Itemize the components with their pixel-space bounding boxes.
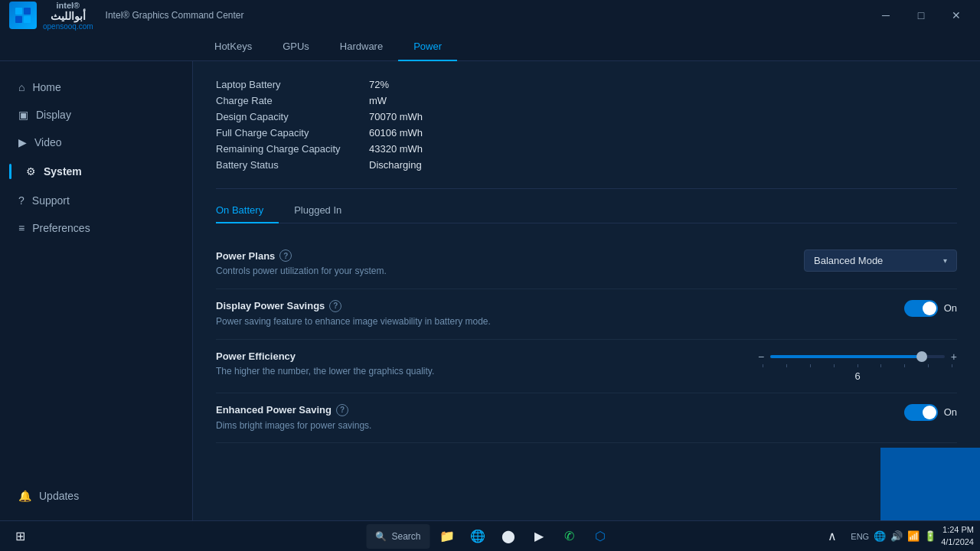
updates-item[interactable]: 🔔 Updates bbox=[18, 490, 174, 502]
battery-label-5: Battery Status bbox=[216, 159, 354, 171]
slider-track bbox=[770, 355, 945, 358]
search-label: Search bbox=[391, 531, 420, 542]
start-icon: ⊞ bbox=[15, 529, 25, 543]
tick-0 bbox=[763, 364, 763, 367]
slider-fill bbox=[770, 355, 922, 358]
start-button[interactable]: ⊞ bbox=[6, 523, 34, 550]
battery-row-3: Full Charge Capacity 60106 mWh bbox=[216, 125, 957, 141]
display-power-savings-left: Display Power Savings ? Power saving fea… bbox=[216, 300, 491, 328]
active-indicator bbox=[9, 164, 11, 179]
tick-6 bbox=[904, 364, 905, 367]
maximize-button[interactable]: □ bbox=[903, 3, 939, 28]
search-button[interactable]: 🔍 Search bbox=[366, 524, 430, 549]
section-tab-on-battery[interactable]: On Battery bbox=[216, 198, 279, 223]
toggle-knob-2 bbox=[923, 406, 936, 419]
edge-button[interactable]: 🌐 bbox=[464, 523, 492, 550]
display-power-help-icon[interactable]: ? bbox=[329, 300, 341, 312]
arabic-brand: أبوالليث bbox=[51, 10, 86, 22]
sidebar-item-preferences[interactable]: ≡ Preferences bbox=[0, 214, 192, 242]
chrome-icon: ⬤ bbox=[501, 529, 515, 543]
slider-ticks bbox=[758, 364, 957, 367]
sidebar-item-video[interactable]: ▶ Video bbox=[0, 129, 192, 156]
app-container: HotKeys GPUs Hardware Power ⌂ Home ▣ Dis… bbox=[0, 0, 980, 527]
edge-icon: 🌐 bbox=[470, 529, 485, 543]
sidebar-item-display[interactable]: ▣ Display bbox=[0, 101, 192, 129]
sidebar-item-support[interactable]: ? Support bbox=[0, 187, 192, 214]
power-plans-row: Power Plans ? Controls power utilization… bbox=[216, 239, 957, 289]
media-button[interactable]: ▶ bbox=[525, 523, 553, 550]
app-button[interactable]: ⬡ bbox=[586, 523, 614, 550]
app-logo bbox=[9, 2, 37, 29]
tab-power[interactable]: Power bbox=[398, 33, 457, 61]
tab-hotkeys[interactable]: HotKeys bbox=[199, 33, 267, 61]
time-display: 1:24 PM bbox=[941, 524, 974, 536]
battery-label-0: Laptop Battery bbox=[216, 79, 354, 90]
sidebar-item-home[interactable]: ⌂ Home bbox=[0, 73, 192, 101]
body: ⌂ Home ▣ Display ▶ Video ⚙ System ? Supp… bbox=[0, 61, 980, 527]
power-efficiency-slider-container: − + bbox=[758, 350, 957, 382]
sidebar-label-home: Home bbox=[32, 81, 60, 93]
display-icon: ▣ bbox=[18, 109, 28, 121]
battery-value-5: Discharging bbox=[369, 159, 422, 171]
chrome-button[interactable]: ⬤ bbox=[495, 523, 522, 550]
chevron-up-button[interactable]: ∧ bbox=[818, 523, 846, 550]
enhanced-power-toggle-label: On bbox=[944, 406, 957, 418]
tick-4 bbox=[858, 364, 858, 367]
whatsapp-button[interactable]: ✆ bbox=[556, 523, 583, 550]
power-plans-title: Power Plans ? bbox=[216, 249, 387, 262]
battery-row-2: Design Capacity 70070 mWh bbox=[216, 109, 957, 125]
sidebar: ⌂ Home ▣ Display ▶ Video ⚙ System ? Supp… bbox=[0, 61, 193, 527]
tab-gpus[interactable]: GPUs bbox=[267, 33, 325, 61]
battery-icon: 🔋 bbox=[924, 530, 936, 542]
titlebar-left: intel® أبوالليث opensooq.com Intel® Grap… bbox=[9, 1, 244, 31]
power-efficiency-left: Power Efficiency The higher the number, … bbox=[216, 350, 434, 378]
svg-rect-1 bbox=[24, 8, 31, 15]
battery-label-2: Design Capacity bbox=[216, 111, 354, 122]
power-efficiency-right: − + bbox=[758, 350, 957, 382]
bottom-right-box bbox=[880, 448, 980, 520]
speaker-icon: 🔊 bbox=[890, 530, 903, 542]
close-button[interactable]: ✕ bbox=[939, 3, 974, 28]
enhanced-power-toggle[interactable] bbox=[904, 404, 938, 421]
app-title: Intel® Graphics Command Center bbox=[106, 10, 244, 21]
titlebar: intel® أبوالليث opensooq.com Intel® Grap… bbox=[0, 0, 980, 31]
taskbar-left: ⊞ bbox=[6, 523, 34, 550]
slider-plus-icon[interactable]: + bbox=[951, 350, 957, 363]
tab-hardware[interactable]: Hardware bbox=[325, 33, 398, 61]
slider-track-row: − + bbox=[758, 350, 957, 363]
svg-rect-3 bbox=[24, 16, 31, 23]
battery-label-4: Remaining Charge Capacity bbox=[216, 143, 354, 155]
section-tab-plugged-in[interactable]: Plugged In bbox=[294, 198, 357, 223]
slider-minus-icon[interactable]: − bbox=[758, 350, 764, 363]
tick-8 bbox=[952, 364, 952, 367]
sidebar-label-preferences: Preferences bbox=[32, 222, 90, 234]
support-icon: ? bbox=[18, 194, 24, 207]
sidebar-label-support: Support bbox=[32, 194, 70, 207]
taskbar: ⊞ 🔍 Search 📁 🌐 ⬤ ▶ ✆ ⬡ ∧ ENG bbox=[0, 520, 980, 551]
battery-value-4: 43320 mWh bbox=[369, 143, 423, 155]
home-icon: ⌂ bbox=[18, 81, 24, 93]
power-plans-desc: Controls power utilization for your syst… bbox=[216, 265, 387, 278]
power-efficiency-row: Power Efficiency The higher the number, … bbox=[216, 340, 957, 393]
files-button[interactable]: 📁 bbox=[433, 523, 461, 550]
battery-row-0: Laptop Battery 72% bbox=[216, 77, 957, 93]
opensooq-label: opensooq.com bbox=[43, 22, 93, 31]
power-plans-left: Power Plans ? Controls power utilization… bbox=[216, 249, 387, 278]
power-plans-help-icon[interactable]: ? bbox=[279, 249, 292, 262]
preferences-icon: ≡ bbox=[18, 222, 24, 234]
titlebar-controls: ─ □ ✕ bbox=[868, 3, 974, 28]
tick-2 bbox=[810, 364, 811, 367]
minimize-button[interactable]: ─ bbox=[868, 3, 903, 28]
app-icon: ⬡ bbox=[595, 529, 606, 543]
display-power-toggle[interactable] bbox=[904, 300, 938, 317]
enhanced-power-help-icon[interactable]: ? bbox=[336, 404, 348, 416]
sys-tray: ENG 🌐 🔊 📶 🔋 bbox=[851, 530, 936, 542]
display-power-savings-right: On bbox=[904, 300, 957, 317]
tick-7 bbox=[928, 364, 929, 367]
svg-rect-0 bbox=[15, 8, 22, 15]
power-plans-dropdown[interactable]: Balanced Mode ▾ bbox=[804, 249, 957, 272]
sidebar-item-system[interactable]: ⚙ System bbox=[0, 156, 192, 187]
sidebar-label-video: Video bbox=[34, 136, 62, 148]
slider-thumb[interactable] bbox=[916, 351, 927, 362]
tick-3 bbox=[834, 364, 835, 367]
